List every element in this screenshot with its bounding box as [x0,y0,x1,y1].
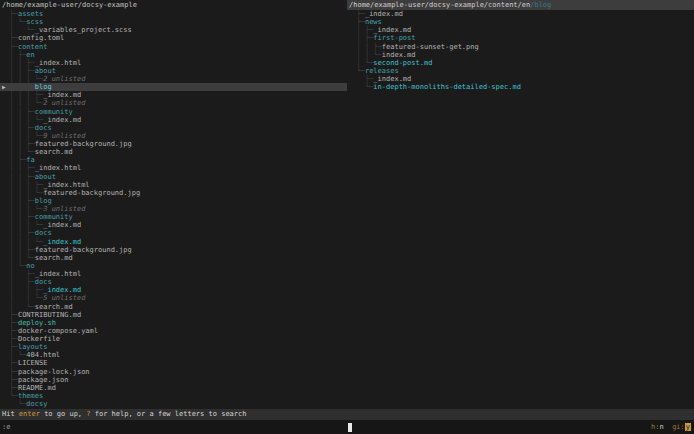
tree-row[interactable]: │ ├─first-post [347,34,694,42]
tree-row[interactable]: │ │ └─search.md [0,148,347,156]
file-name: 9 unlisted [43,132,85,140]
left-panel-input[interactable]: :e [2,420,10,434]
tree-branch-lines: ├─ [10,327,18,335]
tree-branch-lines: ├─ [10,343,18,351]
tree-row[interactable]: │ │ │ └─_index.md [0,238,347,246]
tree-branch-lines: │ └─ [10,303,35,311]
tree-row[interactable]: ├─CONTRIBUTING.md [0,311,347,319]
tree-row[interactable]: │ │ │ └─featured-background.jpg [0,189,347,197]
tree-branch-lines: │ │ │ ├─ [10,181,44,189]
tree-row[interactable]: │ └─no [0,262,347,270]
tree-row[interactable]: │ │ ├─featured-sunset-get.png [347,43,694,51]
tree-row[interactable]: │ ├─en [0,51,347,59]
tree-row[interactable]: │ │ │ └─2 unlisted [0,99,347,107]
tree-branch-lines: │ └─ [357,59,374,67]
dir-name: releases [365,67,399,75]
file-name: search.md [35,254,73,262]
tree-row[interactable]: │ │ └─index.md [347,51,694,59]
flag-label: gi: [672,423,685,431]
tree-row[interactable]: │ └─404.html [0,351,347,359]
file-name: _index.html [35,270,81,278]
tree-row[interactable]: ├─_index.md [347,75,694,83]
tree-row[interactable]: ├─README.md [0,384,347,392]
tree-row[interactable]: │ │ │ └─2 unlisted [0,75,347,83]
tree-row[interactable]: ├─_index.md [347,10,694,18]
tree-row[interactable]: │ │ │ └─3 unlisted [0,205,347,213]
tree-row[interactable]: │ │ ├─_index.html [0,59,347,67]
status-text: Hit [2,410,19,418]
tree-row[interactable]: │ │ │ └─_index.md [0,116,347,124]
tree-branch-lines: ├─ [10,43,18,51]
tree-row[interactable]: │ │ └─search.md [0,254,347,262]
tree-row[interactable]: │ │ │ └─_index.md [0,221,347,229]
path-prefix: /home/example-user/docsy-example/content… [349,1,530,9]
tree-branch-lines: │ │ │ └─ [10,99,44,107]
dir-name: about [35,67,56,75]
flag-value: y [685,423,691,431]
tree-row[interactable]: ├─docker-compose.yaml [0,327,347,335]
tree-row[interactable]: ├─package-lock.json [0,368,347,376]
file-name: _index.md [365,10,403,18]
tree-row[interactable]: │ │ └─5 unlisted [0,294,347,302]
file-name: featured-background.jpg [43,189,140,197]
tree-row[interactable]: └─in-depth-monoliths-detailed-spec.md [347,83,694,91]
tree-branch-lines: └─ [10,392,18,400]
tree-branch-lines: │ ├─ [357,34,374,42]
tree-row[interactable]: └─docsy [0,400,347,408]
tree-row[interactable]: │ │ │ └─9 unlisted [0,132,347,140]
file-name: _index.html [43,181,89,189]
left-panel-path: /home/example-user/docsy-example [0,0,347,10]
file-name: _index.md [43,116,81,124]
tree-row[interactable]: ├─config.toml [0,34,347,42]
tree-branch-lines: │ │ ├─ [10,124,35,132]
tree-row[interactable]: ├─package.json [0,376,347,384]
tree-branch-lines: │ │ ├─ [10,67,35,75]
tree-branch-lines: │ │ ├─ [10,246,35,254]
tree-row[interactable]: └─themes [0,392,347,400]
dir-name: about [35,173,56,181]
tree-row[interactable]: ├─deploy.sh [0,319,347,327]
tree-row[interactable]: │ │ ├─community [0,108,347,116]
tree-row[interactable]: │ │ ├─about [0,67,347,75]
tree-row[interactable]: ├─LICENSE [0,359,347,367]
tree-row[interactable]: │ │ ├─_index.html [0,164,347,172]
flag-value: n [659,423,663,431]
tree-row[interactable]: │ └─search.md [0,303,347,311]
dir-name: news [365,18,382,26]
status-key-hint: enter [19,410,40,418]
right-panel-path: /home/example-user/docsy-example/content… [347,0,694,10]
tree-row[interactable]: │ │ ├─about [0,173,347,181]
tree-branch-lines: ├─ [10,10,18,18]
tree-row[interactable]: │ └─second-post.md [347,59,694,67]
file-name: _index.html [35,59,81,67]
tree-branch-lines: │ │ └─ [10,148,35,156]
dir-name: en [26,51,34,59]
tree-row[interactable]: ├─content [0,43,347,51]
tree-row[interactable]: │ │ ├─blog [0,197,347,205]
tree-row[interactable]: │ ├─_index.html [0,270,347,278]
tree-row[interactable]: │ │ │ ├─_index.html [0,181,347,189]
file-name: README.md [18,384,56,392]
file-name: 2 unlisted [43,99,85,107]
tree-branch-lines: │ │ ├─ [10,140,35,148]
tree-row[interactable]: ├─Dockerfile [0,335,347,343]
tree-row[interactable]: │ │ ├─featured-background.jpg [0,140,347,148]
tree-row[interactable]: │ │ ├─docs [0,124,347,132]
tree-branch-lines: ├─ [357,75,374,83]
tree-branch-lines: ├─ [357,10,365,18]
tree-row[interactable]: └─releases [347,67,694,75]
tree-row[interactable]: ├─assets [0,10,347,18]
file-name: in-depth-monoliths-detailed-spec.md [373,83,521,91]
tree-branch-lines: │ │ ├─ [10,197,35,205]
tree-branch-lines: │ ├─ [10,270,35,278]
dir-name: docsy [26,400,47,408]
broot-window: /home/example-user/docsy-example ├─asset… [0,0,694,434]
tree-branch-lines: │ │ │ └─ [10,132,44,140]
file-name: featured-background.jpg [35,246,132,254]
tree-branch-lines: │ │ │ └─ [10,205,44,213]
tree-branch-lines: ├─ [357,18,365,26]
dir-name: assets [18,10,43,18]
tree-row[interactable]: │ │ ├─featured-background.jpg [0,246,347,254]
left-file-tree: ├─assets│ └─scss│ └─_variables_project.s… [0,10,347,408]
tree-row[interactable]: │ │ ├─docs [0,229,347,237]
